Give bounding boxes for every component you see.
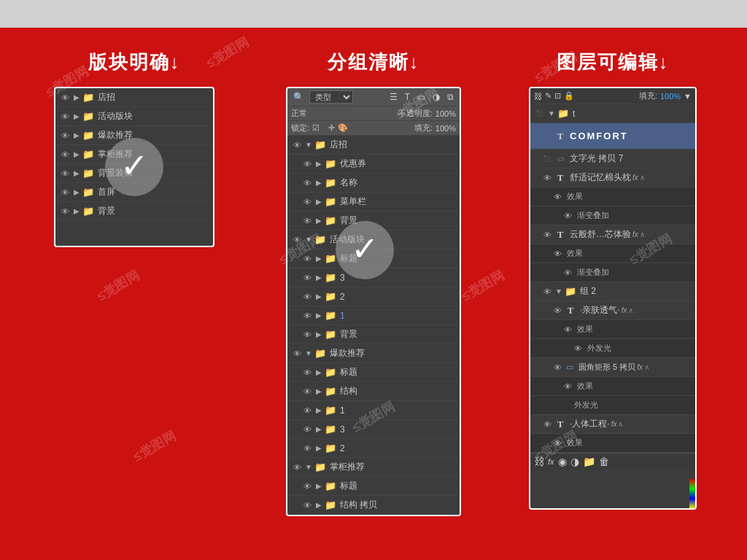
layer-row[interactable]: 👁 ▶ 📁 3 [287,420,460,439]
eye-icon[interactable]: 👁 [301,158,314,171]
link-bottom-icon[interactable]: ⛓ [534,456,544,467]
layer-row[interactable]: 👁 ▶ 📁 优惠券 [287,155,460,174]
layer-row[interactable]: 👁 ▼ 📁 店招 [287,136,460,155]
layer-row[interactable]: 👁 ▶ 📁 活动版块 [55,107,213,126]
layer-row[interactable]: 👁 ▶ 📁 1 [287,306,460,325]
layer-row[interactable]: 👁 ▶ 📁 背景 [287,325,460,344]
eye-icon[interactable]: 👁 [571,342,584,355]
expand-icon[interactable]: ∧ [618,420,623,428]
layer-row[interactable]: 👁 ▶ 📁 2 [287,439,460,458]
eye-icon[interactable]: 👁 [551,304,564,317]
eye-icon[interactable]: ⬛ [541,152,554,166]
eye-icon[interactable]: 👁 [301,499,314,512]
eye-icon[interactable]: 👁 [301,195,314,209]
eye-icon[interactable]: 👁 [301,385,314,398]
layer-row-text2[interactable]: 👁 T 云般舒…芯体验 fx ∧ [530,225,695,244]
eye-icon[interactable]: 👁 [301,480,314,493]
eye-icon[interactable]: 👁 [58,110,71,123]
eye-icon[interactable]: 👁 [541,418,554,431]
eye-icon[interactable]: 👁 [301,423,314,436]
eye-icon[interactable]: 👁 [58,205,71,218]
eye-icon[interactable]: 👁 [58,167,71,180]
eye-icon[interactable]: 👁 [301,176,314,190]
eye-icon[interactable]: 👁 [58,129,71,142]
fx-bottom-icon[interactable]: fx [548,457,554,466]
layer-row-group2[interactable]: 👁 ▼ 📁 组 2 [530,282,695,301]
eye-icon[interactable]: 👁 [301,271,314,284]
layer-row-t[interactable]: ⬛ ▼ 📁 t [530,104,695,123]
layer-row-text3[interactable]: 👁 T ·亲肤透气· fx ∧ [530,301,695,320]
folder-bottom-icon[interactable]: 📁 [583,456,595,467]
expand-icon[interactable]: ∧ [644,363,649,371]
lock-icon-art[interactable]: 🎨 [338,123,348,133]
layer-row[interactable]: 👁 ▼ 📁 爆款推荐 [287,344,460,363]
expand-icon[interactable]: ∧ [640,174,645,182]
layer-row[interactable]: 👁 ▶ 📁 结构 [287,382,460,401]
eye-icon[interactable]: 👁 [551,361,564,374]
collapse-arrow[interactable]: ▼ [303,349,314,357]
eye-icon[interactable]: 👁 [301,252,314,265]
eye-icon[interactable]: 👁 [561,380,574,393]
layer-row[interactable]: 👁 ▶ 📁 1 [287,401,460,420]
copy-filter[interactable]: ⧉ [445,91,456,103]
eye-icon[interactable]: 👁 [551,190,564,203]
eye-icon[interactable]: 👁 [541,228,554,241]
adj-filter[interactable]: ◑ [430,91,442,103]
rect-filter[interactable]: ▭ [415,91,427,103]
layer-row[interactable]: 👁 ▶ 📁 名称 [287,174,460,192]
eye-icon[interactable]: 👁 [301,290,314,303]
eye-icon[interactable]: 👁 [541,171,554,184]
eye-icon[interactable]: 👁 [290,233,303,246]
layer-row[interactable]: 👁 ▼ 📁 掌柜推荐 [287,458,460,477]
collapse-arrow[interactable]: ▼ [303,141,314,149]
eye-icon[interactable]: 👁 [58,148,71,161]
eye-icon[interactable]: 👁 [290,139,303,152]
lock-icon-pos[interactable]: ✛ [328,123,335,133]
trash-icon[interactable]: 🗑 [599,456,609,467]
eye-icon[interactable]: 👁 [561,323,574,336]
crop-icon[interactable]: ⊡ [554,91,561,101]
circle-half-icon[interactable]: ◑ [570,456,579,467]
eye-icon[interactable]: 👁 [58,91,71,104]
layer-row-text4[interactable]: 👁 T ·人体工程· fx ∧ [530,415,695,434]
eye-icon[interactable] [541,130,554,143]
lock-icon-check[interactable]: ☑ [312,123,320,133]
eye-icon[interactable]: ⬛ [533,107,546,120]
dropdown-icon[interactable]: ▼ [684,92,692,101]
eye-icon[interactable]: 👁 [301,214,314,228]
layer-row[interactable]: 👁 ▶ 📁 2 [287,287,460,306]
eye-icon[interactable]: 👁 [290,461,303,474]
layer-row[interactable]: 👁 ▶ 📁 店招 [55,88,213,107]
eye-icon[interactable]: 👁 [290,347,303,360]
collapse-arrow[interactable]: ▼ [554,287,564,295]
layer-row[interactable]: 👁 ▶ 📁 标题 [287,363,460,382]
eye-icon[interactable]: 👁 [301,309,314,322]
expand-icon[interactable]: ∧ [628,306,633,314]
eye-icon[interactable]: 👁 [541,285,554,298]
eye-icon[interactable]: 👁 [301,404,314,417]
eye-icon[interactable]: 👁 [551,437,564,450]
collapse-arrow[interactable]: ▼ [303,236,314,244]
t-filter[interactable]: T [403,91,412,103]
eye-icon[interactable]: 👁 [301,442,314,455]
expand-icon[interactable]: ∧ [640,230,645,238]
eye-icon[interactable]: 👁 [551,247,564,260]
layer-row-wenziguang[interactable]: ⬛ ▭ 文字光 拷贝 7 [530,149,695,168]
eye-icon[interactable]: 👁 [58,186,71,199]
type-select[interactable]: 类型 [309,90,353,104]
layer-row-rect[interactable]: 👁 ▭ 圆角矩形 5 拷贝 fx ∧ [530,358,695,377]
eye-icon[interactable]: 👁 [301,366,314,379]
eye-icon[interactable]: 👁 [561,266,574,279]
collapse-arrow[interactable]: ▼ [546,109,557,117]
eye-icon[interactable]: 👁 [301,328,314,341]
circle-icon[interactable]: ◉ [558,456,567,467]
layer-row-comfort[interactable]: T COMFORT [530,123,695,149]
collapse-arrow[interactable]: ▼ [303,463,314,471]
pencil-icon[interactable]: ✎ [545,91,551,101]
layer-row-text1[interactable]: 👁 T 舒适记忆棉头枕 fx ∧ [530,168,695,187]
layer-row[interactable]: 👁 ▶ 📁 标题 [287,477,460,496]
layer-row[interactable]: 👁 ▶ 📁 菜单栏 [287,192,460,211]
search-icon[interactable]: 🔍 [291,91,306,103]
eye-icon[interactable]: 👁 [561,209,574,222]
layer-row[interactable]: 👁 ▶ 📁 背景 [55,202,213,221]
